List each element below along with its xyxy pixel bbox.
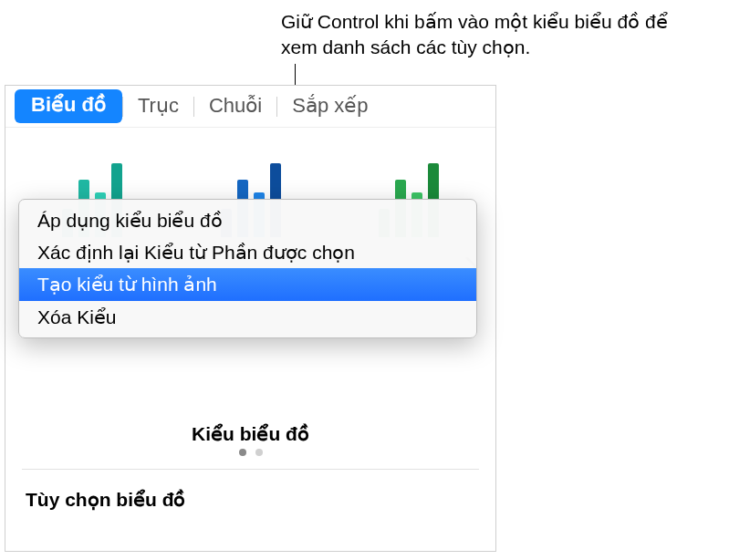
pager-dot[interactable]	[239, 449, 246, 456]
menu-item-redefine-style[interactable]: Xác định lại Kiểu từ Phần được chọn	[19, 236, 476, 268]
section-divider	[22, 469, 479, 470]
menu-item-create-style-from-image[interactable]: Tạo kiểu từ hình ảnh	[19, 268, 476, 300]
chart-options-section-title: Tùy chọn biểu đồ	[26, 489, 186, 511]
menu-item-delete-style[interactable]: Xóa Kiểu	[19, 301, 476, 333]
tab-arrange[interactable]: Sắp xếp	[277, 90, 382, 121]
tab-chart[interactable]: Biểu đồ	[15, 89, 122, 122]
tab-bar: Biểu đồ Trục Chuỗi Sắp xếp	[5, 86, 495, 128]
chart-style-section-title: Kiểu biểu đồ	[5, 423, 495, 445]
chart-style-context-menu: Áp dụng kiểu biểu đồ Xác định lại Kiểu t…	[18, 199, 477, 338]
tab-series[interactable]: Chuỗi	[194, 90, 276, 121]
menu-item-apply-style[interactable]: Áp dụng kiểu biểu đồ	[19, 204, 476, 236]
pager-dot[interactable]	[255, 449, 263, 456]
pager-dots	[5, 449, 495, 456]
callout-text: Giữ Control khi bấm vào một kiểu biểu đồ…	[281, 9, 682, 61]
tab-axis[interactable]: Trục	[123, 90, 193, 121]
